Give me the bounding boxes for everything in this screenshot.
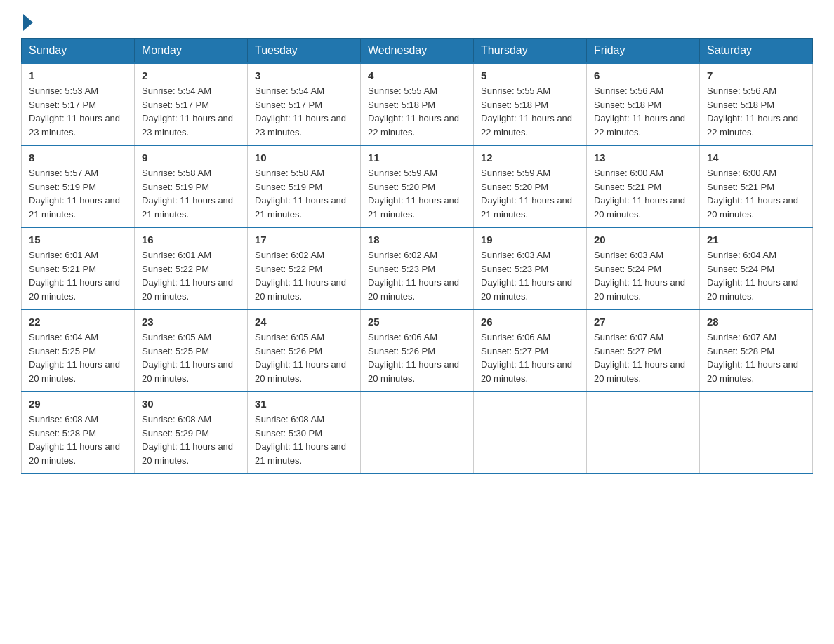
- calendar-day-cell: 23 Sunrise: 6:05 AM Sunset: 5:25 PM Dayl…: [135, 309, 248, 391]
- daylight-label: Daylight: 11 hours and 20 minutes.: [255, 359, 346, 384]
- sunset-label: Sunset: 5:27 PM: [594, 346, 661, 356]
- calendar-day-cell: 18 Sunrise: 6:02 AM Sunset: 5:23 PM Dayl…: [361, 227, 474, 309]
- sunrise-label: Sunrise: 6:06 AM: [368, 332, 437, 342]
- day-number: 14: [707, 152, 805, 163]
- day-info: Sunrise: 5:53 AM Sunset: 5:17 PM Dayligh…: [29, 84, 127, 139]
- daylight-label: Daylight: 11 hours and 21 minutes.: [481, 195, 572, 220]
- sunset-label: Sunset: 5:20 PM: [481, 182, 548, 192]
- day-number: 19: [481, 234, 579, 246]
- day-number: 18: [368, 234, 466, 246]
- calendar-day-cell: 4 Sunrise: 5:55 AM Sunset: 5:18 PM Dayli…: [361, 63, 474, 145]
- day-info: Sunrise: 5:57 AM Sunset: 5:19 PM Dayligh…: [29, 166, 127, 221]
- daylight-label: Daylight: 11 hours and 22 minutes.: [707, 113, 798, 137]
- calendar-day-cell: 5 Sunrise: 5:55 AM Sunset: 5:18 PM Dayli…: [474, 63, 587, 145]
- sunset-label: Sunset: 5:25 PM: [142, 346, 209, 356]
- calendar-header-saturday: Saturday: [700, 39, 813, 64]
- daylight-label: Daylight: 11 hours and 21 minutes.: [255, 195, 346, 220]
- daylight-label: Daylight: 11 hours and 20 minutes.: [255, 277, 346, 302]
- sunset-label: Sunset: 5:22 PM: [255, 264, 322, 274]
- sunrise-label: Sunrise: 6:07 AM: [594, 332, 663, 342]
- calendar-day-cell: 3 Sunrise: 5:54 AM Sunset: 5:17 PM Dayli…: [248, 63, 361, 145]
- sunrise-label: Sunrise: 6:08 AM: [29, 414, 98, 424]
- sunrise-label: Sunrise: 5:57 AM: [29, 168, 98, 178]
- daylight-label: Daylight: 11 hours and 21 minutes.: [142, 195, 233, 220]
- calendar-day-cell: 29 Sunrise: 6:08 AM Sunset: 5:28 PM Dayl…: [22, 391, 135, 474]
- day-info: Sunrise: 6:05 AM Sunset: 5:25 PM Dayligh…: [142, 330, 240, 385]
- calendar-day-cell: [361, 391, 474, 474]
- sunrise-label: Sunrise: 6:00 AM: [594, 168, 663, 178]
- sunrise-label: Sunrise: 6:03 AM: [481, 250, 550, 260]
- calendar-day-cell: 2 Sunrise: 5:54 AM Sunset: 5:17 PM Dayli…: [135, 63, 248, 145]
- daylight-label: Daylight: 11 hours and 20 minutes.: [594, 195, 685, 220]
- sunset-label: Sunset: 5:17 PM: [29, 100, 96, 110]
- daylight-label: Daylight: 11 hours and 20 minutes.: [142, 277, 233, 302]
- day-info: Sunrise: 6:06 AM Sunset: 5:27 PM Dayligh…: [481, 330, 579, 385]
- sunset-label: Sunset: 5:29 PM: [142, 428, 209, 438]
- calendar-day-cell: 6 Sunrise: 5:56 AM Sunset: 5:18 PM Dayli…: [587, 63, 700, 145]
- sunset-label: Sunset: 5:28 PM: [707, 346, 774, 356]
- daylight-label: Daylight: 11 hours and 20 minutes.: [29, 359, 120, 384]
- calendar-day-cell: 11 Sunrise: 5:59 AM Sunset: 5:20 PM Dayl…: [361, 145, 474, 227]
- calendar-day-cell: 9 Sunrise: 5:58 AM Sunset: 5:19 PM Dayli…: [135, 145, 248, 227]
- calendar-day-cell: 15 Sunrise: 6:01 AM Sunset: 5:21 PM Dayl…: [22, 227, 135, 309]
- sunrise-label: Sunrise: 6:05 AM: [255, 332, 324, 342]
- daylight-label: Daylight: 11 hours and 20 minutes.: [142, 441, 233, 466]
- calendar-week-row: 15 Sunrise: 6:01 AM Sunset: 5:21 PM Dayl…: [22, 227, 813, 309]
- calendar-header-monday: Monday: [135, 39, 248, 64]
- daylight-label: Daylight: 11 hours and 20 minutes.: [368, 277, 459, 302]
- day-number: 30: [142, 398, 240, 410]
- day-info: Sunrise: 5:59 AM Sunset: 5:20 PM Dayligh…: [368, 166, 466, 221]
- calendar-week-row: 8 Sunrise: 5:57 AM Sunset: 5:19 PM Dayli…: [22, 145, 813, 227]
- daylight-label: Daylight: 11 hours and 20 minutes.: [29, 277, 120, 302]
- calendar-day-cell: 14 Sunrise: 6:00 AM Sunset: 5:21 PM Dayl…: [700, 145, 813, 227]
- logo-text: [21, 14, 35, 31]
- calendar-day-cell: 24 Sunrise: 6:05 AM Sunset: 5:26 PM Dayl…: [248, 309, 361, 391]
- calendar-week-row: 1 Sunrise: 5:53 AM Sunset: 5:17 PM Dayli…: [22, 63, 813, 145]
- calendar-day-cell: 28 Sunrise: 6:07 AM Sunset: 5:28 PM Dayl…: [700, 309, 813, 391]
- sunrise-label: Sunrise: 5:54 AM: [142, 86, 211, 96]
- calendar-day-cell: 27 Sunrise: 6:07 AM Sunset: 5:27 PM Dayl…: [587, 309, 700, 391]
- daylight-label: Daylight: 11 hours and 23 minutes.: [29, 113, 120, 137]
- calendar-day-cell: 7 Sunrise: 5:56 AM Sunset: 5:18 PM Dayli…: [700, 63, 813, 145]
- day-info: Sunrise: 5:58 AM Sunset: 5:19 PM Dayligh…: [142, 166, 240, 221]
- calendar-header-wednesday: Wednesday: [361, 39, 474, 64]
- day-info: Sunrise: 6:03 AM Sunset: 5:24 PM Dayligh…: [594, 248, 692, 303]
- sunrise-label: Sunrise: 6:04 AM: [707, 250, 776, 260]
- sunrise-label: Sunrise: 6:06 AM: [481, 332, 550, 342]
- sunset-label: Sunset: 5:19 PM: [29, 182, 96, 192]
- day-number: 24: [255, 316, 353, 328]
- calendar-day-cell: 8 Sunrise: 5:57 AM Sunset: 5:19 PM Dayli…: [22, 145, 135, 227]
- day-info: Sunrise: 5:55 AM Sunset: 5:18 PM Dayligh…: [481, 84, 579, 139]
- sunrise-label: Sunrise: 5:53 AM: [29, 86, 98, 96]
- day-number: 11: [368, 152, 466, 163]
- day-number: 23: [142, 316, 240, 328]
- day-info: Sunrise: 5:56 AM Sunset: 5:18 PM Dayligh…: [594, 84, 692, 139]
- day-info: Sunrise: 6:06 AM Sunset: 5:26 PM Dayligh…: [368, 330, 466, 385]
- sunrise-label: Sunrise: 6:07 AM: [707, 332, 776, 342]
- calendar-header-friday: Friday: [587, 39, 700, 64]
- sunrise-label: Sunrise: 5:54 AM: [255, 86, 324, 96]
- calendar-day-cell: 12 Sunrise: 5:59 AM Sunset: 5:20 PM Dayl…: [474, 145, 587, 227]
- day-info: Sunrise: 6:07 AM Sunset: 5:27 PM Dayligh…: [594, 330, 692, 385]
- sunset-label: Sunset: 5:18 PM: [707, 100, 774, 110]
- day-number: 20: [594, 234, 692, 246]
- day-info: Sunrise: 6:08 AM Sunset: 5:28 PM Dayligh…: [29, 412, 127, 467]
- day-number: 6: [594, 69, 692, 81]
- calendar-day-cell: 17 Sunrise: 6:02 AM Sunset: 5:22 PM Dayl…: [248, 227, 361, 309]
- day-info: Sunrise: 5:56 AM Sunset: 5:18 PM Dayligh…: [707, 84, 805, 139]
- day-number: 5: [481, 69, 579, 81]
- day-number: 25: [368, 316, 466, 328]
- sunset-label: Sunset: 5:23 PM: [368, 264, 435, 274]
- day-info: Sunrise: 5:59 AM Sunset: 5:20 PM Dayligh…: [481, 166, 579, 221]
- daylight-label: Daylight: 11 hours and 22 minutes.: [594, 113, 685, 137]
- day-info: Sunrise: 6:00 AM Sunset: 5:21 PM Dayligh…: [594, 166, 692, 221]
- calendar-day-cell: 1 Sunrise: 5:53 AM Sunset: 5:17 PM Dayli…: [22, 63, 135, 145]
- calendar-day-cell: 10 Sunrise: 5:58 AM Sunset: 5:19 PM Dayl…: [248, 145, 361, 227]
- logo-arrow-icon: [23, 14, 33, 31]
- sunset-label: Sunset: 5:18 PM: [368, 100, 435, 110]
- sunset-label: Sunset: 5:18 PM: [481, 100, 548, 110]
- sunset-label: Sunset: 5:27 PM: [481, 346, 548, 356]
- daylight-label: Daylight: 11 hours and 21 minutes.: [29, 195, 120, 220]
- calendar-day-cell: 16 Sunrise: 6:01 AM Sunset: 5:22 PM Dayl…: [135, 227, 248, 309]
- sunrise-label: Sunrise: 6:04 AM: [29, 332, 98, 342]
